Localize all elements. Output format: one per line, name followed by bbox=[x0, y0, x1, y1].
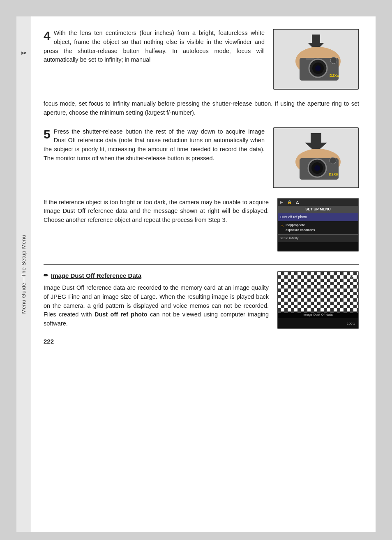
step5-number: 5 bbox=[44, 127, 51, 141]
menu-warning: ⚠ Inappropriate exposure conditions bbox=[278, 221, 358, 234]
ref-bold: Dust off ref photo bbox=[95, 311, 148, 318]
ref-section: ✏ Image Dust Off Reference Data Image Du… bbox=[44, 271, 359, 329]
step5-text: 5 Press the shutter-release button the r… bbox=[44, 127, 265, 188]
checker-svg bbox=[278, 272, 358, 313]
sidebar-label: Menu Guide—The Setup Menu bbox=[21, 235, 27, 314]
svg-point-9 bbox=[315, 65, 321, 71]
menu-title: SET UP MENU bbox=[278, 206, 358, 213]
warning-sub: exposure conditions bbox=[286, 228, 315, 233]
ndf-label: NDF bbox=[348, 274, 355, 279]
svg-point-11 bbox=[330, 57, 337, 64]
ref-body: Image Dust Off reference data are record… bbox=[44, 284, 269, 328]
warning-text: Inappropriate exposure conditions bbox=[286, 223, 315, 233]
step4-number: 4 bbox=[44, 29, 51, 42]
checker-label: Image Dust Off data bbox=[278, 312, 358, 318]
camera-image-2: D2Xs bbox=[273, 127, 359, 188]
menu-item-dustoff: Dust off ref photo bbox=[278, 213, 358, 221]
main-content: 4 With the lens ten centimeters (four in… bbox=[31, 16, 376, 532]
svg-rect-32 bbox=[278, 272, 358, 313]
camera-image-1: D2Xs bbox=[273, 29, 359, 90]
step4-text: 4 With the lens ten centimeters (four in… bbox=[44, 29, 265, 90]
section-divider bbox=[44, 264, 359, 265]
menu-bar: ▶ 🔒 △ bbox=[278, 199, 358, 206]
toobright-text: If the reference object is too bright or… bbox=[44, 198, 269, 252]
scissors-icon: ✂ bbox=[21, 49, 26, 57]
warning-icon: ⚠ bbox=[280, 223, 284, 229]
svg-point-22 bbox=[314, 165, 320, 171]
step4-body: With the lens ten centimeters (four inch… bbox=[44, 30, 265, 63]
step4-text2: focus mode, set focus to infinity manual… bbox=[44, 100, 359, 116]
step5-body: Press the shutter-release button the res… bbox=[44, 128, 265, 162]
menu-icon-triangle: △ bbox=[296, 200, 299, 205]
menu-screenshot: ▶ 🔒 △ SET UP MENU Dust off ref photo ⚠ I… bbox=[277, 198, 359, 252]
ref-title-text: Image Dust Off Reference Data bbox=[51, 271, 141, 281]
step5-section: 5 Press the shutter-release button the r… bbox=[44, 127, 359, 188]
pencil-icon: ✏ bbox=[44, 271, 48, 280]
ref-text: ✏ Image Dust Off Reference Data Image Du… bbox=[44, 271, 269, 329]
menu-info: set to infinity. bbox=[278, 235, 358, 242]
toobright-section: If the reference object is too bright or… bbox=[44, 198, 359, 252]
menu-icon-play: ▶ bbox=[280, 200, 283, 205]
step4-section: 4 With the lens ten centimeters (four in… bbox=[44, 29, 359, 90]
warning-label: Inappropriate bbox=[286, 223, 315, 228]
checker-counter: 100·1 bbox=[347, 321, 355, 326]
toobright-body: If the reference object is too bright or… bbox=[44, 199, 269, 224]
ref-title: ✏ Image Dust Off Reference Data bbox=[44, 271, 269, 281]
svg-text:D2Xs: D2Xs bbox=[329, 172, 338, 176]
page-number: 222 bbox=[44, 337, 359, 346]
svg-point-24 bbox=[330, 157, 336, 164]
sidebar: ✂ Menu Guide—The Setup Menu bbox=[16, 16, 31, 532]
svg-text:D2Xs: D2Xs bbox=[330, 74, 339, 78]
menu-icon-lock: 🔒 bbox=[287, 200, 292, 205]
svg-rect-12 bbox=[306, 58, 314, 60]
checker-image: NDF Image Dust Off data 100·1 bbox=[277, 271, 359, 329]
step4-continuation: focus mode, set focus to infinity manual… bbox=[44, 99, 359, 118]
